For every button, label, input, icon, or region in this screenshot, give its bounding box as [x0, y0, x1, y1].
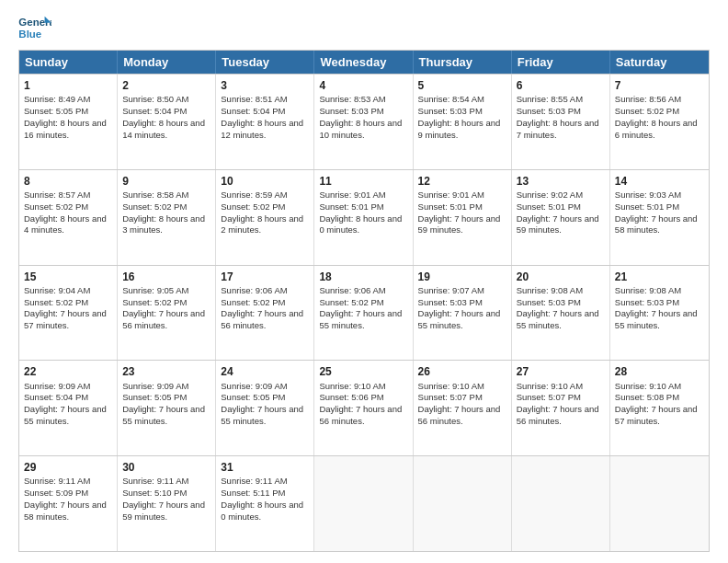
daylight-text: Daylight: 7 hours and 56 minutes. [418, 404, 501, 426]
day-header-saturday: Saturday [610, 51, 709, 74]
day-header-thursday: Thursday [414, 51, 512, 74]
sunset-text: Sunset: 5:02 PM [122, 297, 187, 307]
daylight-text: Daylight: 7 hours and 55 minutes. [221, 404, 303, 426]
logo: General Blue [18, 15, 51, 42]
sunrise-text: Sunrise: 9:08 AM [517, 285, 583, 295]
sunset-text: Sunset: 5:01 PM [615, 201, 679, 212]
header: General Blue [18, 15, 710, 42]
daylight-text: Daylight: 8 hours and 4 minutes. [24, 213, 107, 236]
day-cell-4: 4Sunrise: 8:53 AMSunset: 5:03 PMDaylight… [314, 75, 413, 169]
day-cell-14: 14Sunrise: 9:03 AMSunset: 5:01 PMDayligh… [610, 170, 709, 265]
day-cell-23: 23Sunrise: 9:09 AMSunset: 5:05 PMDayligh… [118, 361, 216, 455]
calendar-week-2: 8Sunrise: 8:57 AMSunset: 5:02 PMDaylight… [19, 169, 709, 265]
day-cell-28: 28Sunrise: 9:10 AMSunset: 5:08 PMDayligh… [610, 361, 709, 455]
day-number: 8 [24, 174, 112, 189]
day-cell-21: 21Sunrise: 9:08 AMSunset: 5:03 PMDayligh… [610, 266, 709, 361]
sunrise-text: Sunrise: 9:10 AM [517, 381, 583, 391]
day-number: 16 [122, 270, 210, 284]
sunrise-text: Sunrise: 9:10 AM [319, 381, 385, 391]
empty-cell [512, 456, 610, 551]
day-number: 12 [418, 174, 506, 189]
day-number: 14 [615, 174, 704, 189]
daylight-text: Daylight: 7 hours and 56 minutes. [122, 308, 205, 330]
sunrise-text: Sunrise: 8:50 AM [122, 94, 188, 104]
day-number: 11 [319, 174, 407, 189]
daylight-text: Daylight: 7 hours and 55 minutes. [24, 404, 107, 426]
sunset-text: Sunset: 5:05 PM [221, 392, 285, 402]
sunset-text: Sunset: 5:03 PM [517, 106, 581, 116]
sunrise-text: Sunrise: 9:02 AM [517, 190, 583, 200]
day-number: 7 [615, 78, 704, 93]
day-number: 17 [221, 270, 309, 284]
calendar-header: SundayMondayTuesdayWednesdayThursdayFrid… [19, 51, 709, 74]
daylight-text: Daylight: 8 hours and 10 minutes. [319, 118, 402, 140]
daylight-text: Daylight: 7 hours and 55 minutes. [418, 308, 501, 330]
sunrise-text: Sunrise: 8:51 AM [221, 94, 287, 104]
day-number: 18 [319, 270, 407, 284]
calendar-week-4: 22Sunrise: 9:09 AMSunset: 5:04 PMDayligh… [19, 360, 709, 455]
day-cell-26: 26Sunrise: 9:10 AMSunset: 5:07 PMDayligh… [414, 361, 512, 455]
day-cell-19: 19Sunrise: 9:07 AMSunset: 5:03 PMDayligh… [414, 266, 512, 361]
sunset-text: Sunset: 5:02 PM [24, 201, 88, 212]
sunset-text: Sunset: 5:04 PM [122, 106, 187, 116]
sunrise-text: Sunrise: 9:03 AM [615, 190, 681, 200]
sunset-text: Sunset: 5:03 PM [418, 297, 483, 307]
day-cell-1: 1Sunrise: 8:49 AMSunset: 5:05 PMDaylight… [19, 75, 118, 169]
day-cell-7: 7Sunrise: 8:56 AMSunset: 5:02 PMDaylight… [610, 75, 709, 169]
day-cell-31: 31Sunrise: 9:11 AMSunset: 5:11 PMDayligh… [216, 456, 314, 551]
sunset-text: Sunset: 5:09 PM [24, 488, 88, 498]
day-number: 19 [418, 270, 506, 284]
sunset-text: Sunset: 5:01 PM [319, 201, 383, 212]
day-cell-12: 12Sunrise: 9:01 AMSunset: 5:01 PMDayligh… [414, 170, 512, 265]
daylight-text: Daylight: 8 hours and 0 minutes. [319, 213, 402, 236]
day-number: 25 [319, 364, 407, 379]
day-number: 21 [615, 270, 704, 284]
day-number: 1 [24, 78, 112, 93]
daylight-text: Daylight: 8 hours and 16 minutes. [24, 118, 107, 140]
day-header-sunday: Sunday [19, 51, 118, 74]
sunrise-text: Sunrise: 8:54 AM [418, 94, 484, 104]
calendar-week-1: 1Sunrise: 8:49 AMSunset: 5:05 PMDaylight… [19, 74, 709, 169]
day-number: 31 [221, 460, 309, 475]
day-cell-5: 5Sunrise: 8:54 AMSunset: 5:03 PMDaylight… [414, 75, 512, 169]
day-number: 15 [24, 270, 112, 284]
daylight-text: Daylight: 7 hours and 56 minutes. [221, 308, 303, 330]
sunrise-text: Sunrise: 9:04 AM [24, 285, 90, 295]
daylight-text: Daylight: 8 hours and 0 minutes. [221, 500, 303, 522]
sunset-text: Sunset: 5:03 PM [319, 106, 383, 116]
day-cell-9: 9Sunrise: 8:58 AMSunset: 5:02 PMDaylight… [118, 170, 216, 265]
calendar: SundayMondayTuesdayWednesdayThursdayFrid… [18, 50, 710, 552]
daylight-text: Daylight: 7 hours and 55 minutes. [615, 308, 698, 330]
sunset-text: Sunset: 5:01 PM [517, 201, 581, 212]
daylight-text: Daylight: 7 hours and 59 minutes. [122, 500, 205, 522]
sunrise-text: Sunrise: 9:08 AM [615, 285, 681, 295]
sunrise-text: Sunrise: 9:09 AM [221, 381, 287, 391]
svg-text:Blue: Blue [18, 29, 41, 40]
sunrise-text: Sunrise: 9:09 AM [24, 381, 90, 391]
day-cell-30: 30Sunrise: 9:11 AMSunset: 5:10 PMDayligh… [118, 456, 216, 551]
sunrise-text: Sunrise: 8:59 AM [221, 190, 287, 200]
sunset-text: Sunset: 5:03 PM [418, 106, 483, 116]
day-number: 23 [122, 364, 210, 379]
daylight-text: Daylight: 7 hours and 58 minutes. [615, 213, 698, 236]
sunrise-text: Sunrise: 9:10 AM [615, 381, 681, 391]
sunset-text: Sunset: 5:01 PM [418, 201, 483, 212]
day-number: 30 [122, 460, 210, 475]
sunset-text: Sunset: 5:02 PM [615, 106, 679, 116]
sunset-text: Sunset: 5:04 PM [221, 106, 285, 116]
sunrise-text: Sunrise: 8:58 AM [122, 190, 188, 200]
sunset-text: Sunset: 5:05 PM [24, 106, 88, 116]
calendar-body: 1Sunrise: 8:49 AMSunset: 5:05 PMDaylight… [19, 74, 709, 551]
day-cell-6: 6Sunrise: 8:55 AMSunset: 5:03 PMDaylight… [512, 75, 610, 169]
sunset-text: Sunset: 5:10 PM [122, 488, 187, 498]
day-number: 28 [615, 364, 704, 379]
sunset-text: Sunset: 5:04 PM [24, 392, 88, 402]
empty-cell [610, 456, 709, 551]
empty-cell [314, 456, 413, 551]
sunrise-text: Sunrise: 9:01 AM [418, 190, 484, 200]
day-number: 6 [517, 78, 605, 93]
sunrise-text: Sunrise: 9:10 AM [418, 381, 484, 391]
sunrise-text: Sunrise: 8:55 AM [517, 94, 583, 104]
day-cell-20: 20Sunrise: 9:08 AMSunset: 5:03 PMDayligh… [512, 266, 610, 361]
sunset-text: Sunset: 5:02 PM [122, 201, 187, 212]
